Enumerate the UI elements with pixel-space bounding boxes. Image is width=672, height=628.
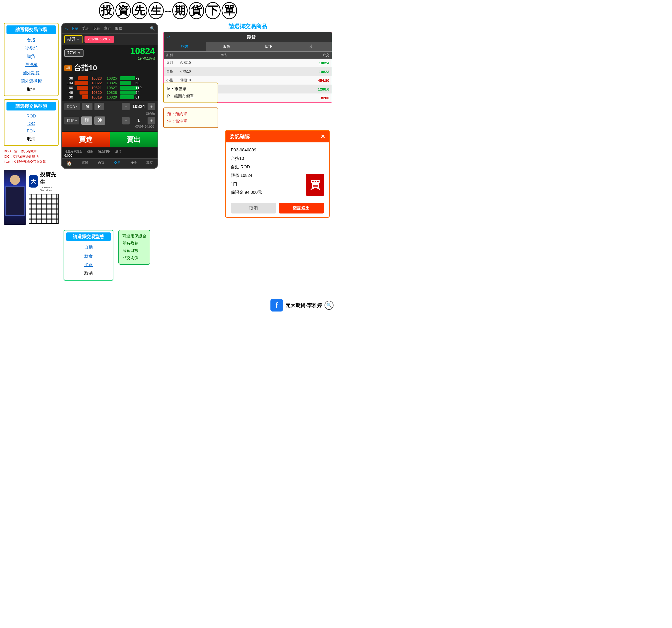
trade-type-remarks: ROD：當日委託有效單 IOC：立即成交否則取消 FOK：立即全部成交否則取消 [4, 149, 58, 164]
brand-name: 投資先生 [40, 171, 58, 186]
product-row-1[interactable]: 台指 小指10 10823 [164, 67, 332, 76]
market-item-foreign-futures[interactable]: 國外期貨 [6, 69, 56, 77]
price-minus-button[interactable]: － [122, 103, 129, 110]
dialog-body: P03-9840809 台指10 自動 ROD 限價 10824 買 1口 保證… [226, 142, 329, 200]
facebook-icon[interactable]: f [270, 299, 283, 311]
trade-type-cancel[interactable]: 取消 [6, 135, 56, 143]
order-controls: ROD ▾ M P － 10824 ＋ 新台幣 自動 ▾ [62, 101, 158, 131]
buy-sell-row: 買進 賣出 [62, 132, 158, 147]
product-name: 台指10 [74, 63, 97, 73]
dialog-buy-badge: 買 [306, 174, 324, 196]
price-plus-button[interactable]: ＋ [148, 103, 155, 110]
market-item-cancel[interactable]: 取消 [6, 85, 56, 94]
tab-other[interactable]: 其 [290, 42, 332, 51]
bottom-section: 請選擇交易型態 自動 新倉 平倉 取消 可運用保證金 即時盈虧 留倉口數 成交均… [0, 227, 336, 283]
p-button[interactable]: P [94, 103, 104, 110]
dialog-header: 委託確認 ✕ [226, 131, 329, 142]
qty-plus-button[interactable]: ＋ [148, 117, 155, 124]
market-select-title: 請選擇交易市場 [6, 25, 56, 34]
nav-quote[interactable]: 行情 [130, 161, 137, 166]
market-item-foreign-options[interactable]: 國外選擇權 [6, 77, 56, 85]
nav-expert[interactable]: 專家 [146, 161, 153, 166]
trade-type-rod[interactable]: ROD [6, 113, 56, 120]
avatar-area: 大 投資先生 by Yuanta Securities [4, 170, 58, 225]
phone-nav-tabs: 下單 委託 明細 庫存 帳務 [71, 26, 122, 31]
tab-inventory[interactable]: 庫存 [104, 26, 111, 31]
page-title: 投資先生--期貨下單 [0, 0, 336, 20]
market-item-complex[interactable]: 複委託 [6, 44, 56, 52]
trade-type2-close[interactable]: 平倉 [66, 260, 111, 269]
product-select-title: 請選擇交易商品 [163, 23, 332, 30]
order-row-2: 104 10822 10826 50 [64, 81, 155, 85]
brand-icon: 大 [29, 175, 38, 188]
product-row-0[interactable]: 近月 台指10 10824 [164, 59, 332, 67]
trade-type2-new[interactable]: 新倉 [66, 252, 111, 260]
m-button[interactable]: M [82, 103, 92, 110]
phone-header: ＜ 下單 委託 明細 庫存 帳務 🔍 [62, 23, 158, 34]
qty-minus-button[interactable]: － [122, 117, 129, 124]
brand-info: 大 投資先生 by Yuanta Securities [29, 171, 58, 224]
rod-button[interactable]: ROD ▾ [64, 103, 80, 110]
sell-button[interactable]: 賣出 [110, 132, 158, 147]
mp-annotation: M：市價單 P：範圍市價單 [163, 83, 218, 103]
tab-account[interactable]: 帳務 [115, 26, 122, 31]
price-selector-dropdown[interactable]: 7799 ▼ [64, 49, 83, 57]
info-balloon: 可運用保證金 即時盈虧 留倉口數 成交均價 [118, 230, 150, 264]
facebook-search-button[interactable]: 🔍 [325, 301, 334, 310]
dialog-account: P03-9840809 [231, 146, 324, 155]
account-dropdown[interactable]: P03-9840809 ▼ [85, 36, 114, 43]
order-book: 38 10823 10825 79 104 10822 10826 50 60 [62, 75, 158, 101]
commission-dialog: 委託確認 ✕ P03-9840809 台指10 自動 ROD 限價 10824 … [225, 130, 330, 218]
tab-index[interactable]: 指數 [164, 42, 206, 51]
dialog-cancel-button[interactable]: 取消 [231, 203, 276, 213]
nav-stock-select[interactable]: 選股 [82, 161, 88, 166]
chong-button[interactable]: 沖 [94, 116, 105, 125]
product-back-button[interactable]: ＜ [166, 34, 171, 40]
auto-button[interactable]: 自動 ▾ [64, 117, 79, 124]
dropdown-arrow: ▼ [76, 38, 79, 41]
market-select-box: 請選擇交易市場 台股 複委託 期貨 選擇權 國外期貨 國外選擇權 取消 [4, 23, 58, 96]
dialog-price: 限價 10824 買 [231, 171, 324, 180]
tab-order[interactable]: 下單 [71, 26, 78, 31]
order-row-1: 38 10823 10825 79 [64, 76, 155, 80]
main-price: 10824 [130, 46, 155, 56]
trade-type2-auto[interactable]: 自動 [66, 243, 111, 252]
qr-code [29, 194, 58, 224]
tab-commission[interactable]: 委託 [82, 26, 89, 31]
trade-type-title: 請選擇交易型態 [6, 102, 56, 111]
back-button[interactable]: ＜ [64, 25, 69, 31]
tab-etf[interactable]: ETF [248, 42, 290, 51]
buy-button[interactable]: 買進 [62, 132, 110, 147]
trade-type-box: 請選擇交易型態 ROD IOC FOK 取消 [4, 99, 58, 146]
pre-button[interactable]: 預 [81, 116, 92, 125]
market-item-taiwan[interactable]: 台股 [6, 36, 56, 44]
qty-ctrl: － 1 ＋ [122, 117, 155, 124]
nav-watchlist[interactable]: 自選 [98, 161, 104, 166]
trade-type2-title: 請選擇交易型態 [66, 232, 111, 241]
order-price: 10824 [131, 104, 146, 109]
dialog-confirm-button[interactable]: 確認送出 [279, 203, 324, 213]
trade-type-ioc[interactable]: IOC [6, 120, 56, 127]
nav-home[interactable]: 🏠 [67, 161, 72, 166]
phone-bottom-nav: 🏠 選股 自選 交易 行情 專家 [62, 158, 158, 168]
market-item-futures[interactable]: 期貨 [6, 52, 56, 61]
phone-dropdown-row: 期貨 ▼ P03-9840809 ▼ [62, 34, 158, 45]
product-table-header: ＜ 期貨 [164, 32, 332, 42]
search-icon[interactable]: 🔍 [150, 26, 155, 31]
market-item-options[interactable]: 選擇權 [6, 61, 56, 69]
trade-type-fok[interactable]: FOK [6, 127, 56, 135]
right-panel: 請選擇交易商品 ＜ 期貨 指數 股票 ETF 其 類別 商品 成交 [161, 23, 332, 225]
dialog-close-button[interactable]: ✕ [320, 134, 325, 140]
left-panel: 請選擇交易市場 台股 複委託 期貨 選擇權 國外期貨 國外選擇權 取消 請選擇交… [4, 23, 58, 225]
product-dropdown[interactable]: 期貨 ▼ [64, 35, 82, 43]
tab-detail[interactable]: 明細 [93, 26, 100, 31]
period-badge: 期 [64, 65, 72, 71]
brand-sub: by Yuanta Securities [40, 186, 58, 192]
dialog-order-type: 自動 ROD [231, 163, 324, 171]
ntd-label: 新台幣 [64, 112, 155, 116]
nav-trade[interactable]: 交易 [114, 161, 120, 166]
facebook-text: 元大期貨-李雅婷 [285, 302, 322, 309]
phone-mockup: ＜ 下單 委託 明細 庫存 帳務 🔍 期貨 ▼ P03-9840809 [61, 23, 158, 169]
tab-stock[interactable]: 股票 [206, 42, 248, 51]
trade-type2-cancel[interactable]: 取消 [66, 269, 111, 278]
